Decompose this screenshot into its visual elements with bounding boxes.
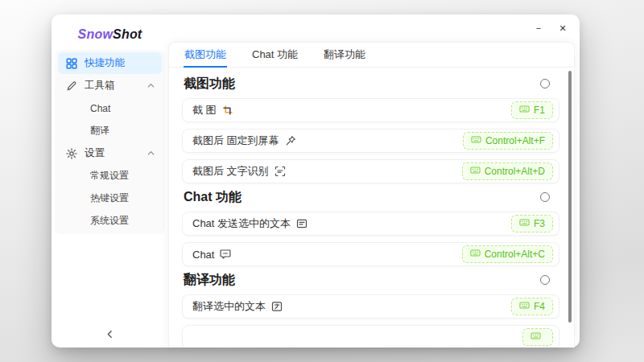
tab-bar: 截图功能 Chat 功能 翻译功能 xyxy=(169,43,574,68)
section-header-screenshot: 截图功能 xyxy=(184,76,550,91)
section-title: 翻译功能 xyxy=(184,272,235,289)
hotkey-text: Control+Alt+D xyxy=(485,166,545,177)
sidebar-item-label: 工具箱 xyxy=(85,79,115,93)
sidebar-item-label: 快捷功能 xyxy=(85,56,125,70)
hotkey-badge[interactable]: Control+Alt+D xyxy=(462,162,553,180)
pen-icon xyxy=(66,80,77,92)
hotkey-row-label: Chat xyxy=(192,249,214,261)
tab-screenshot[interactable]: 截图功能 xyxy=(184,47,227,68)
grid-icon xyxy=(66,58,77,69)
keyboard-icon xyxy=(471,134,481,147)
hotkey-badge[interactable]: Control+Alt+F xyxy=(463,132,553,150)
hotkey-row-chat-send-selected[interactable]: Chat 发送选中的文本 F3 xyxy=(182,212,559,236)
sidebar-item-label: 翻译 xyxy=(90,124,109,138)
hotkey-row-chat[interactable]: Chat Control+Alt+C xyxy=(182,242,559,266)
hotkey-badge[interactable]: F1 xyxy=(511,101,553,119)
keyboard-icon xyxy=(470,165,481,178)
hotkey-badge[interactable]: F3 xyxy=(511,215,553,232)
chevron-up-icon xyxy=(147,81,155,90)
hotkey-row-screenshot[interactable]: 截 图 F1 xyxy=(182,98,559,122)
sidebar-item-hotkey-settings[interactable]: 热键设置 xyxy=(58,187,162,209)
hotkey-badge[interactable] xyxy=(522,328,553,346)
hotkey-badge[interactable]: Control+Alt+C xyxy=(462,245,553,263)
close-button[interactable]: ✕ xyxy=(554,20,572,36)
keyboard-icon xyxy=(470,248,481,261)
keyboard-icon xyxy=(519,104,530,117)
hotkey-text: Control+Alt+F xyxy=(485,135,545,146)
logo-text-shot: Shot xyxy=(113,27,142,41)
titlebar-controls: − ✕ xyxy=(530,20,572,36)
chevron-up-icon xyxy=(147,149,155,158)
section-help-icon[interactable] xyxy=(540,192,550,202)
sidebar-item-label: 常规设置 xyxy=(90,169,129,183)
sidebar-collapse-button[interactable] xyxy=(52,329,168,339)
chevron-left-icon xyxy=(105,329,115,339)
section-help-icon[interactable] xyxy=(540,275,550,285)
section-title: 截图功能 xyxy=(184,76,235,93)
sidebar-menu: 快捷功能 工具箱 Chat 翻译 设置 常规设置 热键设置 xyxy=(55,50,165,234)
sidebar-item-translate[interactable]: 翻译 xyxy=(58,120,162,142)
vertical-scrollbar[interactable] xyxy=(568,71,572,323)
main-panel: 截图功能 Chat 功能 翻译功能 截图功能 截 图 F1 截图后 固定到屏幕 xyxy=(168,42,575,348)
sidebar-item-label: 热键设置 xyxy=(90,191,129,205)
hotkey-row-label: 翻译选中的文本 xyxy=(192,299,266,314)
keyboard-icon xyxy=(519,300,530,313)
hotkey-text: F1 xyxy=(534,105,545,116)
hotkey-row-label: 截 图 xyxy=(192,103,217,117)
tab-chat[interactable]: Chat 功能 xyxy=(251,47,299,68)
hotkey-row-label: 截图后 固定到屏幕 xyxy=(192,134,279,148)
translate-icon xyxy=(271,301,283,312)
hotkey-badge[interactable]: F4 xyxy=(511,298,553,315)
ocr-scan-icon xyxy=(275,166,286,177)
sidebar-item-system-settings[interactable]: 系统设置 xyxy=(58,210,162,232)
gear-icon xyxy=(66,148,77,159)
keyboard-icon xyxy=(530,331,541,343)
section-header-translate: 翻译功能 xyxy=(184,273,550,287)
sidebar-item-shortcuts[interactable]: 快捷功能 xyxy=(58,52,162,74)
sidebar-item-label: 设置 xyxy=(85,146,105,160)
minimize-button[interactable]: − xyxy=(530,20,547,36)
section-help-icon[interactable] xyxy=(540,79,550,88)
section-title: Chat 功能 xyxy=(184,189,242,206)
section-header-chat: Chat 功能 xyxy=(184,190,550,204)
message-text-icon xyxy=(296,218,308,229)
hotkey-text: F3 xyxy=(534,218,545,229)
logo-text-snow: Snow xyxy=(78,27,113,41)
app-logo: SnowShot xyxy=(52,27,168,42)
hotkey-row-partial[interactable] xyxy=(182,325,559,348)
sidebar-item-settings[interactable]: 设置 xyxy=(58,142,162,164)
sidebar-item-label: 系统设置 xyxy=(90,214,129,228)
sidebar: SnowShot 快捷功能 工具箱 Chat 翻译 设置 xyxy=(52,14,168,348)
hotkey-row-fix-to-screen[interactable]: 截图后 固定到屏幕 Control+Alt+F xyxy=(182,129,559,153)
sidebar-item-chat[interactable]: Chat xyxy=(58,97,162,119)
sidebar-item-general-settings[interactable]: 常规设置 xyxy=(58,165,162,187)
screenshot-crop-icon xyxy=(222,105,233,116)
sidebar-item-label: Chat xyxy=(90,103,110,114)
sidebar-item-toolbox[interactable]: 工具箱 xyxy=(58,75,162,97)
tab-translate[interactable]: 翻译功能 xyxy=(323,47,366,68)
pin-icon xyxy=(285,135,296,146)
hotkey-row-label: 截图后 文字识别 xyxy=(192,164,269,179)
hotkey-row-translate-selected[interactable]: 翻译选中的文本 F4 xyxy=(182,294,559,319)
chat-bubble-icon xyxy=(220,249,231,260)
hotkey-text: F4 xyxy=(534,301,545,312)
keyboard-icon xyxy=(519,217,530,230)
hotkey-row-ocr[interactable]: 截图后 文字识别 Control+Alt+D xyxy=(182,159,559,183)
hotkey-content: 截图功能 截 图 F1 截图后 固定到屏幕 Control+Alt+F xyxy=(169,76,574,348)
app-window: − ✕ SnowShot 快捷功能 工具箱 Chat 翻译 xyxy=(52,14,580,348)
hotkey-text: Control+Alt+C xyxy=(485,249,545,260)
hotkey-row-label: Chat 发送选中的文本 xyxy=(192,216,291,231)
